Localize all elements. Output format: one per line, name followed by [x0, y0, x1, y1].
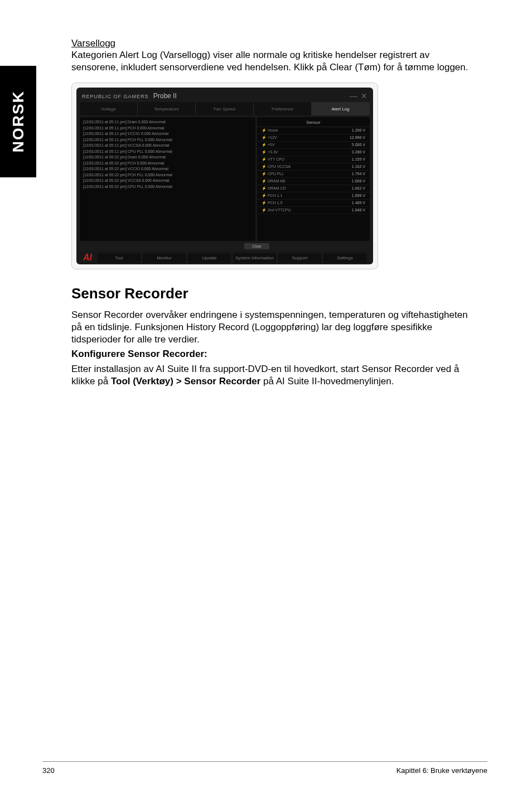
sensor-row: +5V5.000 V: [257, 142, 370, 149]
sensor-recorder-p2: Etter installasjon av AI Suite II fra su…: [71, 363, 478, 388]
bottom-system-info-button[interactable]: System Information: [233, 253, 276, 263]
sensor-row: DRAM CD1.662 V: [257, 185, 370, 192]
sensor-value: 1.048 V: [352, 208, 365, 212]
tab-voltage[interactable]: Voltage: [80, 102, 138, 115]
bottom-update-button[interactable]: Update: [188, 253, 231, 263]
tab-fan-speed[interactable]: Fan Speed: [196, 102, 254, 115]
sensor-row: +12V12.096 V: [257, 134, 370, 142]
tab-preference[interactable]: Preference: [254, 102, 312, 115]
sensor-value: 1.098 V: [352, 194, 365, 198]
app-logo-icon: AI: [83, 253, 92, 263]
app-window-controls: — ✕: [350, 91, 367, 100]
sensor-row: DRAM AB1.668 V: [257, 178, 370, 185]
bottom-settings-button[interactable]: Settings: [323, 253, 366, 263]
log-entry: [12/01/2011 at 05:22 pm] CPU PLL 0.000 A…: [83, 184, 252, 190]
app-brand-area: REPUBLIC OF GAMERS Probe II: [82, 92, 177, 100]
sensor-name: 2nd VTTCPU: [262, 208, 291, 212]
sensor-value: 1.155 V: [352, 157, 365, 162]
sidebar-language-tab: NORSK: [0, 66, 36, 177]
tab-temperature[interactable]: Temperature: [138, 102, 196, 115]
sensor-recorder-p1: Sensor Recorder overvåker endringene i s…: [71, 309, 478, 346]
sensor-name: DRAM AB: [262, 179, 285, 183]
sensor-value: 1.794 V: [352, 172, 365, 176]
bottom-monitor-button[interactable]: Monitor: [143, 253, 186, 263]
log-entry: [12/01/2011 at 05:22 pm] VCCSA 0.000 Abn…: [83, 178, 252, 184]
p2-post: på AI Suite II-hovedmenylinjen.: [260, 376, 394, 386]
sensor-name: +3.3V: [262, 150, 278, 154]
clear-button[interactable]: Clear: [244, 243, 269, 249]
alert-log-panel: [12/01/2011 at 05:11 pm] Dram 0.000 Abno…: [80, 117, 255, 241]
sensor-name: DRAM CD: [262, 186, 286, 191]
page-footer: 320 Kapittel 6: Bruke verktøyene: [42, 761, 487, 775]
minimize-icon[interactable]: —: [350, 91, 357, 100]
log-entry: [12/01/2011 at 05:11 pm] PCH PLL 0.000 A…: [83, 137, 252, 143]
varsellogg-description: Kategorien Alert Log (Varsellogg) viser …: [71, 49, 478, 74]
p2-bold: Tool (Verktøy) > Sensor Recorder: [111, 376, 260, 386]
sensor-name: CPU VCCSA: [262, 165, 291, 169]
sensor-value: 12.096 V: [350, 136, 365, 140]
sensor-value: 1.668 V: [352, 179, 365, 183]
sensor-name: +12V: [262, 136, 277, 140]
log-entry: [12/01/2011 at 05:11 pm] VCCSA 0.000 Abn…: [83, 143, 252, 149]
sensor-name: VTT CPU: [262, 157, 284, 162]
log-entry: [12/01/2011 at 05:22 pm] PCH PLL 0.000 A…: [83, 172, 252, 178]
app-window: REPUBLIC OF GAMERS Probe II — ✕ Voltage …: [76, 88, 373, 264]
sensor-value: 3.280 V: [352, 150, 365, 154]
sensor-row: Vcore1.296 V: [257, 127, 370, 134]
tab-alert-log[interactable]: Alert Log: [312, 102, 370, 115]
sensor-row: +3.3V3.280 V: [257, 149, 370, 156]
sensor-value: 1.296 V: [352, 128, 365, 133]
app-titlebar: REPUBLIC OF GAMERS Probe II — ✕: [80, 90, 370, 102]
configure-label: Konfigurere Sensor Recorder:: [71, 348, 478, 360]
sensor-name: Vcore: [262, 128, 278, 133]
sensor-value: 5.000 V: [352, 143, 365, 147]
sensor-value: 1.662 V: [352, 186, 365, 191]
sensor-name: +5V: [262, 143, 275, 147]
log-entry: [12/01/2011 at 05:11 pm] Dram 0.000 Abno…: [83, 119, 252, 125]
sensor-row: PCH 1.11.098 V: [257, 192, 370, 200]
app-bottom-bar: AI Tool Monitor Update System Informatio…: [80, 251, 370, 264]
varsellogg-title: Varsellogg: [71, 38, 478, 49]
log-entry: [12/01/2011 at 05:11 pm] VCCIO 0.000 Abn…: [83, 131, 252, 137]
sensor-row: CPU VCCSA1.162 V: [257, 163, 370, 171]
sensor-row: CPU PLL1.794 V: [257, 171, 370, 178]
sensor-panel: Sensor Vcore1.296 V +12V12.096 V +5V5.00…: [257, 117, 370, 241]
sensor-row: PCH 1.51.485 V: [257, 200, 370, 207]
bottom-tool-button[interactable]: Tool: [98, 253, 141, 263]
sensor-name: PCH 1.1: [262, 194, 282, 198]
app-tabs: Voltage Temperature Fan Speed Preference…: [80, 102, 370, 115]
sensor-name: PCH 1.5: [262, 201, 282, 205]
sidebar-language-label: NORSK: [9, 90, 27, 152]
sensor-header: Sensor: [257, 118, 370, 127]
app-body: [12/01/2011 at 05:11 pm] Dram 0.000 Abno…: [80, 117, 370, 241]
sensor-row: VTT CPU1.155 V: [257, 156, 370, 163]
sensor-value: 1.162 V: [352, 165, 365, 169]
probe-app-screenshot: REPUBLIC OF GAMERS Probe II — ✕ Voltage …: [71, 83, 378, 269]
app-title: Probe II: [153, 92, 177, 100]
sensor-value: 1.485 V: [352, 201, 365, 205]
clear-row: Clear: [80, 243, 370, 249]
log-entry: [12/01/2011 at 05:11 pm] PCH 0.000 Abnor…: [83, 125, 252, 132]
chapter-label: Kapittel 6: Bruke verktøyene: [396, 766, 487, 775]
sensor-row: 2nd VTTCPU1.048 V: [257, 207, 370, 214]
page-number: 320: [42, 766, 55, 775]
log-entry: [12/01/2011 at 05:22 pm] VCCIO 0.000 Abn…: [83, 166, 252, 172]
log-entry: [12/01/2011 at 05:22 pm] PCH 0.000 Abnor…: [83, 161, 252, 167]
log-entry: [12/01/2011 at 05:11 pm] CPU PLL 0.000 A…: [83, 149, 252, 155]
close-icon[interactable]: ✕: [361, 91, 367, 100]
log-entry: [12/01/2011 at 05:22 pm] Dram 0.000 Abno…: [83, 154, 252, 161]
main-content: Varsellogg Kategorien Alert Log (Varsell…: [71, 38, 478, 397]
sensor-name: CPU PLL: [262, 172, 284, 176]
sensor-recorder-heading: Sensor Recorder: [71, 285, 478, 302]
app-brand: REPUBLIC OF GAMERS: [82, 94, 149, 99]
bottom-support-button[interactable]: Support: [278, 253, 321, 263]
